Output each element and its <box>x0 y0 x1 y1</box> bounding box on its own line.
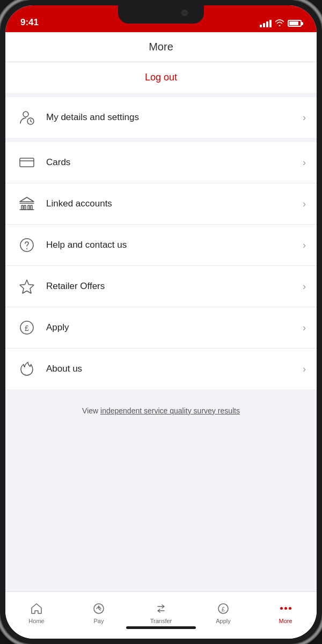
more-icon <box>279 602 292 616</box>
svg-rect-8 <box>31 205 32 210</box>
screen: 9:41 <box>5 5 317 639</box>
chevron-right-icon: › <box>303 157 306 168</box>
logout-section: Log out <box>5 62 317 97</box>
svg-point-0 <box>23 112 28 117</box>
svg-text:£: £ <box>25 324 29 332</box>
chevron-right-icon: › <box>303 281 306 292</box>
flame-icon <box>16 358 38 380</box>
camera <box>181 10 188 16</box>
survey-section: View independent service quality survey … <box>5 394 317 591</box>
help-label: Help and contact us <box>46 240 303 250</box>
nav-item-home[interactable]: Home <box>5 592 68 628</box>
battery-icon <box>288 20 302 27</box>
pay-icon <box>92 602 106 616</box>
content-area: More Log out My detai <box>5 32 317 591</box>
home-indicator <box>126 626 196 629</box>
phone-frame: 9:41 <box>0 0 322 644</box>
svg-rect-6 <box>24 205 26 210</box>
person-settings-icon <box>16 107 38 128</box>
star-icon <box>16 276 38 297</box>
status-icons <box>260 19 302 28</box>
chevron-right-icon: › <box>303 322 306 334</box>
transfer-icon <box>154 602 168 616</box>
menu-item-linked-accounts[interactable]: Linked accounts › <box>5 183 317 225</box>
more-dot-1 <box>280 607 283 610</box>
signal-icon <box>260 20 272 27</box>
more-dot-3 <box>289 607 291 610</box>
status-time: 9:41 <box>20 17 39 28</box>
home-nav-label: Home <box>28 618 44 624</box>
menu-section-main: Cards › <box>5 142 317 394</box>
nav-item-more[interactable]: More <box>254 592 317 628</box>
help-icon <box>16 234 38 256</box>
nav-item-apply[interactable]: £ Apply <box>192 592 254 628</box>
more-nav-label: More <box>279 618 292 624</box>
my-details-label: My details and settings <box>46 112 303 123</box>
transfer-nav-label: Transfer <box>150 618 172 624</box>
cards-label: Cards <box>46 157 303 168</box>
menu-item-retailer-offers[interactable]: Retailer Offers › <box>5 266 317 307</box>
logout-button[interactable]: Log out <box>145 72 177 83</box>
menu-item-apply[interactable]: £ Apply › <box>5 307 317 349</box>
apply-label: Apply <box>46 322 303 333</box>
svg-marker-4 <box>20 197 34 202</box>
more-dot-2 <box>284 607 287 610</box>
pound-icon: £ <box>16 317 38 338</box>
page-title: More <box>149 41 173 53</box>
svg-point-12 <box>26 248 27 249</box>
wifi-icon <box>275 19 284 28</box>
chevron-right-icon: › <box>303 112 306 123</box>
svg-rect-5 <box>21 205 23 210</box>
chevron-right-icon: › <box>303 364 306 375</box>
page-header: More <box>5 32 317 62</box>
menu-section-first: My details and settings › <box>5 97 317 142</box>
linked-accounts-label: Linked accounts <box>46 198 303 209</box>
svg-marker-13 <box>20 280 34 293</box>
nav-item-transfer[interactable]: Transfer <box>130 592 192 628</box>
menu-item-help[interactable]: Help and contact us › <box>5 225 317 266</box>
svg-text:£: £ <box>222 606 225 612</box>
survey-link[interactable]: independent service quality survey resul… <box>100 406 240 415</box>
svg-rect-7 <box>28 205 30 210</box>
bank-icon <box>16 193 38 214</box>
bottom-nav: Home Pay <box>5 591 317 639</box>
apply-nav-label: Apply <box>216 618 231 624</box>
survey-text: View independent service quality survey … <box>16 406 306 415</box>
menu-item-cards[interactable]: Cards › <box>5 142 317 183</box>
card-icon <box>16 152 38 173</box>
pay-nav-label: Pay <box>94 618 104 624</box>
notch <box>118 5 204 24</box>
apply-nav-icon: £ <box>216 602 230 616</box>
menu-item-my-details[interactable]: My details and settings › <box>5 97 317 138</box>
chevron-right-icon: › <box>303 240 306 251</box>
nav-item-pay[interactable]: Pay <box>68 592 130 628</box>
chevron-right-icon: › <box>303 198 306 210</box>
menu-item-about-us[interactable]: About us › <box>5 349 317 389</box>
retailer-offers-label: Retailer Offers <box>46 281 303 292</box>
home-icon <box>30 602 43 616</box>
svg-rect-2 <box>20 158 34 167</box>
about-us-label: About us <box>46 364 303 374</box>
